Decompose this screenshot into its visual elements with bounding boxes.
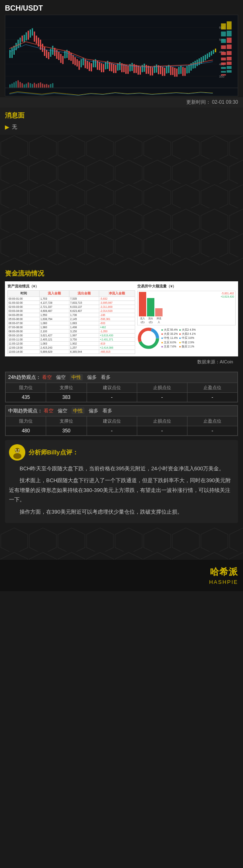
logo-top-white: 哈希 (210, 567, 229, 577)
svg-rect-44 (76, 59, 78, 67)
svg-point-160 (141, 331, 156, 346)
svg-rect-83 (156, 65, 157, 73)
svg-rect-109 (209, 52, 210, 57)
svg-rect-15 (18, 40, 19, 48)
svg-rect-113 (9, 85, 11, 88)
news-item-text: 无 (12, 123, 17, 131)
trend-24h-label: 24h趋势观点： (8, 374, 41, 380)
svg-rect-88 (166, 66, 167, 73)
svg-rect-148 (227, 62, 232, 65)
svg-rect-66 (121, 63, 123, 72)
trend-mid-slight-bearish: 偏空 (58, 408, 67, 414)
svg-rect-135 (221, 23, 226, 29)
svg-rect-27 (42, 44, 43, 52)
svg-rect-127 (38, 83, 39, 88)
hex-decoration-bottom (0, 527, 243, 560)
takeprofit-value: - (187, 393, 237, 402)
news-item: ▶ 无 (5, 123, 238, 131)
col-resistance: 阻力位 (6, 383, 46, 393)
mid-col-support: 支撑位 (46, 416, 87, 426)
svg-rect-28 (44, 47, 45, 56)
svg-rect-94 (178, 67, 180, 74)
svg-rect-16 (20, 38, 21, 47)
svg-point-163 (13, 453, 21, 459)
logo-bottom: HASHPIE (209, 579, 238, 585)
trend-24h-table: 24h趋势观点： 看空 偏空 中性 偏多 看多 阻力位 (5, 372, 238, 403)
analyst-avatar (9, 444, 25, 461)
svg-rect-51 (91, 63, 92, 71)
mid-col-suggest: 建议点位 (87, 416, 137, 426)
trend-24h-tag: 看空 (42, 374, 52, 380)
update-time-label: 更新时间： (186, 99, 211, 105)
hex-decoration (0, 135, 243, 265)
svg-rect-154 (5, 88, 238, 88)
resistance-value: 435 (6, 393, 46, 402)
svg-rect-145 (221, 58, 226, 60)
analyst-para-2: 技术面上，BCH跟随大盘下行进入了一个下跌通道，但是下跌斜率不大，同时在390美… (9, 476, 234, 504)
analyst-header: 分析师Billy点评： (9, 444, 234, 461)
capital-flow-chart: 资产流动情况（¥） 时间 流入金额 流出金额 净流入金额 00:00-01 (5, 281, 238, 356)
svg-rect-63 (115, 65, 116, 73)
svg-rect-22 (32, 28, 33, 36)
svg-rect-132 (48, 85, 49, 88)
stoploss-value: - (137, 393, 187, 402)
svg-rect-19 (26, 32, 27, 40)
col-takeprofit: 止盈点位 (187, 383, 237, 393)
svg-rect-50 (89, 62, 90, 71)
svg-rect-156 (0, 135, 243, 265)
svg-point-164 (15, 449, 16, 450)
mid-col-stoploss: 止损点位 (137, 416, 187, 426)
trend-mid-table: 中期趋势观点： 看空 偏空 中性 偏多 看多 阻力位 (5, 405, 238, 436)
svg-point-165 (18, 449, 19, 450)
svg-rect-42 (72, 55, 74, 64)
svg-rect-57 (103, 64, 104, 72)
svg-rect-137 (221, 31, 226, 36)
svg-rect-65 (119, 62, 120, 70)
svg-rect-49 (87, 61, 88, 69)
pair-title: BCH/USDT (5, 4, 238, 13)
svg-rect-73 (136, 65, 137, 73)
svg-rect-118 (20, 82, 21, 88)
svg-rect-24 (36, 36, 37, 44)
col-stoploss: 止损点位 (137, 383, 187, 393)
svg-rect-23 (34, 31, 35, 42)
svg-rect-116 (16, 81, 17, 88)
svg-rect-12 (11, 48, 13, 58)
analyst-section: 分析师Billy点评： BCH昨天至今跟随大盘下跌，当前价格在395美元附近，2… (5, 440, 238, 523)
svg-rect-21 (30, 29, 31, 38)
svg-rect-139 (221, 39, 226, 43)
analyst-content: BCH昨天至今跟随大盘下跌，当前价格在395美元附近，24小时资金净流入600万… (9, 464, 234, 516)
svg-rect-117 (18, 80, 19, 88)
svg-rect-92 (174, 68, 176, 77)
svg-rect-43 (74, 57, 76, 65)
svg-rect-36 (60, 54, 62, 63)
mid-col-resistance: 阻力位 (6, 416, 46, 426)
svg-rect-128 (40, 82, 41, 88)
mid-stoploss-value: - (137, 426, 187, 436)
trend-24h-bullish: 看多 (101, 374, 111, 380)
support-value: 383 (46, 393, 87, 402)
svg-rect-140 (227, 38, 232, 43)
svg-rect-130 (44, 85, 45, 88)
svg-rect-131 (46, 84, 47, 88)
svg-rect-90 (170, 66, 172, 75)
svg-rect-120 (24, 85, 25, 88)
svg-rect-167 (0, 527, 243, 560)
svg-rect-129 (42, 84, 43, 88)
svg-rect-87 (164, 68, 165, 76)
svg-rect-138 (227, 31, 232, 36)
svg-rect-81 (152, 67, 153, 76)
mid-resistance-value: 480 (6, 426, 46, 436)
data-source: 数据来源：AICoin (5, 358, 238, 366)
trend-mid-tag: 看空 (44, 408, 54, 414)
svg-rect-108 (207, 53, 208, 59)
svg-rect-133 (50, 84, 51, 88)
svg-rect-80 (150, 67, 151, 76)
logo-top: 哈希派 (210, 566, 238, 578)
svg-rect-29 (46, 50, 47, 58)
logo-top-yellow: 派 (229, 567, 238, 577)
logo-area: 哈希派 HASHPIE (209, 566, 238, 585)
svg-rect-152 (227, 70, 232, 73)
svg-rect-37 (62, 56, 64, 64)
svg-rect-84 (158, 65, 159, 74)
